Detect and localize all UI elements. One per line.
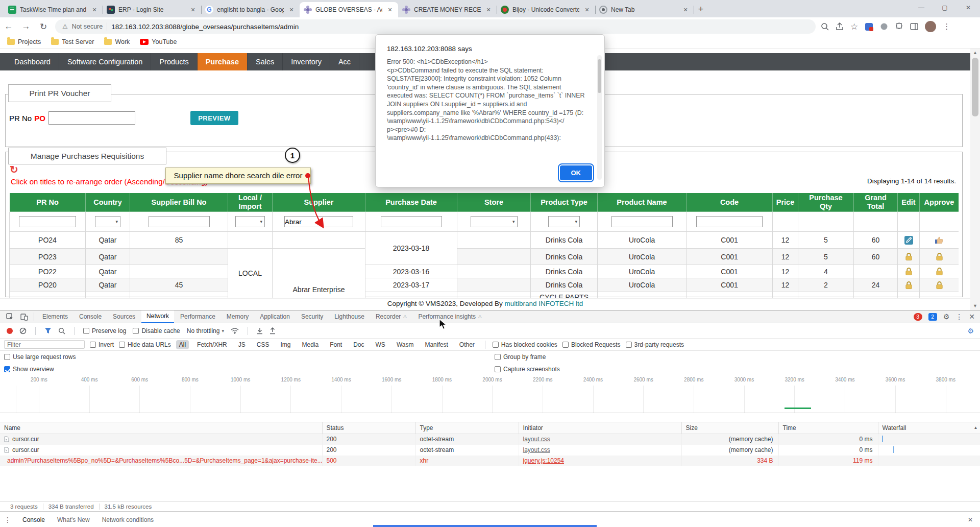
extensions-puzzle-icon[interactable] — [895, 22, 903, 31]
edit-pencil-icon[interactable] — [904, 235, 914, 245]
store-filter-select[interactable]: ▾ — [471, 216, 518, 227]
pr-no-filter-input[interactable] — [19, 216, 76, 227]
col-type[interactable]: Type — [415, 422, 519, 434]
browser-tab-taskwise[interactable]: TaskWise Time plan and log - Go✕ — [4, 2, 103, 17]
network-overview-timeline[interactable]: 200 ms400 ms600 ms800 ms1000 ms1200 ms14… — [0, 375, 980, 413]
scrollbar-thumb[interactable] — [598, 59, 601, 93]
tab-close-icon[interactable]: ✕ — [386, 6, 394, 14]
devtools-tab-memory[interactable]: Memory — [222, 311, 254, 323]
col-product-type[interactable]: Product Type — [531, 193, 598, 212]
nav-products[interactable]: Products — [151, 53, 197, 70]
col-store[interactable]: Store — [457, 193, 531, 212]
bookmark-folder-work[interactable]: Work — [104, 38, 130, 45]
nav-dashboard[interactable]: Dashboard — [6, 53, 59, 70]
developer-link[interactable]: multibrand INFOTECH ltd — [505, 300, 583, 307]
thumbs-up-icon[interactable] — [934, 235, 944, 245]
filter-chip-manifest[interactable]: Manifest — [422, 340, 451, 349]
table-row[interactable]: PO24Qatar85 2023-03-18 Drinks ColaUroCol… — [10, 232, 959, 249]
col-size[interactable]: Size — [681, 422, 778, 434]
browser-tab-globe-overseas[interactable]: GLOBE OVERSEAS - Admin Purch✕ — [300, 2, 398, 17]
network-request-row-error[interactable]: admin?PurchaseItems%5Bpo_no%5D=&Purchase… — [0, 456, 980, 466]
col-country[interactable]: Country — [86, 193, 130, 212]
col-pr-no[interactable]: PR No — [10, 193, 86, 212]
table-row[interactable]: PO20Qatar45 2023-03-17 Drinks ColaUroCol… — [10, 278, 959, 292]
drawer-tab-whats-new[interactable]: What's New — [56, 515, 91, 525]
filter-chip-font[interactable]: Font — [327, 340, 345, 349]
close-window-button[interactable]: ✕ — [957, 0, 980, 17]
browser-tab-money-receipt[interactable]: CREATE MONEY RECEIPT✕ — [398, 2, 497, 17]
extension-icon[interactable] — [880, 22, 888, 31]
has-blocked-cookies-checkbox[interactable]: Has blocked cookies — [493, 341, 557, 348]
bookmark-folder-projects[interactable]: Projects — [7, 38, 41, 45]
initiator-link[interactable]: jquery.js:10254 — [523, 457, 565, 464]
nav-accounts[interactable]: Acc — [330, 53, 359, 70]
network-settings-icon[interactable]: ⚙ — [967, 327, 974, 335]
table-row[interactable]: PO22Qatar 2023-03-16 Drinks ColaUroColaC… — [10, 265, 959, 278]
issues-badge[interactable]: 2 — [928, 313, 937, 321]
search-icon[interactable] — [58, 327, 65, 334]
tab-close-icon[interactable]: ✕ — [583, 6, 591, 14]
browser-tab-bijoy[interactable]: Bijoy - Unicode Converter | বিজ✕ — [497, 2, 595, 17]
country-filter-select[interactable]: ▾ — [95, 216, 120, 227]
edit-button[interactable] — [898, 232, 920, 249]
bookmark-star-icon[interactable]: ☆ — [850, 21, 858, 32]
tab-close-icon[interactable]: ✕ — [287, 6, 296, 14]
col-purchase-date[interactable]: Purchase Date — [365, 193, 457, 212]
not-secure-icon[interactable]: ⚠ — [62, 23, 68, 30]
filter-chip-js[interactable]: JS — [235, 340, 249, 349]
purchase-date-filter-input[interactable] — [381, 216, 442, 227]
devtools-tab-console[interactable]: Console — [74, 311, 107, 323]
filter-chip-all[interactable]: All — [176, 340, 189, 349]
browser-menu-icon[interactable]: ⋮ — [943, 22, 950, 31]
network-filter-input[interactable] — [4, 340, 85, 349]
url-text[interactable]: 182.163.102.203:8088/globe_overseas/purc… — [111, 23, 299, 31]
side-panel-icon[interactable] — [910, 22, 918, 31]
inspect-element-icon[interactable] — [3, 310, 16, 323]
scroll-up-icon[interactable]: ▲ — [970, 50, 980, 55]
devtools-tab-elements[interactable]: Elements — [37, 311, 73, 323]
code-filter-input[interactable] — [696, 216, 763, 227]
browser-tab-erp[interactable]: ERP - Login Site✕ — [103, 2, 201, 17]
drawer-tab-network-conditions[interactable]: Network conditions — [101, 515, 155, 525]
device-toolbar-icon[interactable] — [17, 310, 31, 323]
profile-avatar[interactable] — [925, 21, 936, 32]
browser-tab-new-tab[interactable]: New Tab✕ — [595, 2, 694, 17]
devtools-menu-icon[interactable]: ⋮ — [955, 313, 963, 321]
zoom-icon[interactable] — [821, 22, 829, 31]
nav-sales[interactable]: Sales — [248, 53, 283, 70]
filter-chip-img[interactable]: Img — [277, 340, 293, 349]
tab-close-icon[interactable]: ✕ — [484, 6, 493, 14]
col-purchase-qty[interactable]: Purchase Qty — [798, 193, 854, 212]
local-import-filter-select[interactable]: ▾ — [235, 216, 265, 227]
product-type-filter-select[interactable]: ▾ — [548, 216, 580, 227]
disable-cache-checkbox[interactable]: Disable cache — [133, 327, 180, 334]
maximize-button[interactable]: ▢ — [933, 0, 957, 17]
hide-data-urls-checkbox[interactable]: Hide data URLs — [119, 341, 171, 348]
col-initiator[interactable]: Initiator — [519, 422, 681, 434]
col-waterfall[interactable]: Waterfall▲ — [878, 422, 980, 434]
import-har-icon[interactable] — [257, 327, 263, 334]
approve-button[interactable] — [920, 232, 959, 249]
tab-close-icon[interactable]: ✕ — [189, 6, 197, 14]
network-conditions-icon[interactable] — [231, 327, 239, 334]
devtools-tab-performance[interactable]: Performance — [175, 311, 220, 323]
nav-inventory[interactable]: Inventory — [283, 53, 330, 70]
tab-close-icon[interactable]: ✕ — [90, 6, 99, 14]
minimize-button[interactable]: — — [910, 0, 933, 17]
invert-checkbox[interactable]: Invert — [90, 341, 114, 348]
col-product-name[interactable]: Product Name — [598, 193, 687, 212]
alert-scrollbar[interactable] — [597, 55, 602, 180]
col-status[interactable]: Status — [322, 422, 415, 434]
third-party-requests-checkbox[interactable]: 3rd-party requests — [626, 341, 684, 348]
show-overview-checkbox[interactable]: Show overview — [4, 366, 54, 373]
filter-chip-media[interactable]: Media — [299, 340, 322, 349]
refresh-icon[interactable]: ↻ — [10, 163, 18, 176]
clear-network-log-icon[interactable] — [19, 327, 27, 334]
filter-chip-css[interactable]: CSS — [254, 340, 273, 349]
filter-icon[interactable] — [44, 327, 52, 334]
export-har-icon[interactable] — [270, 327, 276, 334]
devtools-tab-security[interactable]: Security — [296, 311, 328, 323]
network-request-row[interactable]: cursor.cur 200 octet-stream layout.css (… — [0, 445, 980, 456]
devtools-close-icon[interactable]: ✕ — [969, 313, 975, 321]
col-supplier-bill-no[interactable]: Supplier Bill No — [130, 193, 228, 212]
